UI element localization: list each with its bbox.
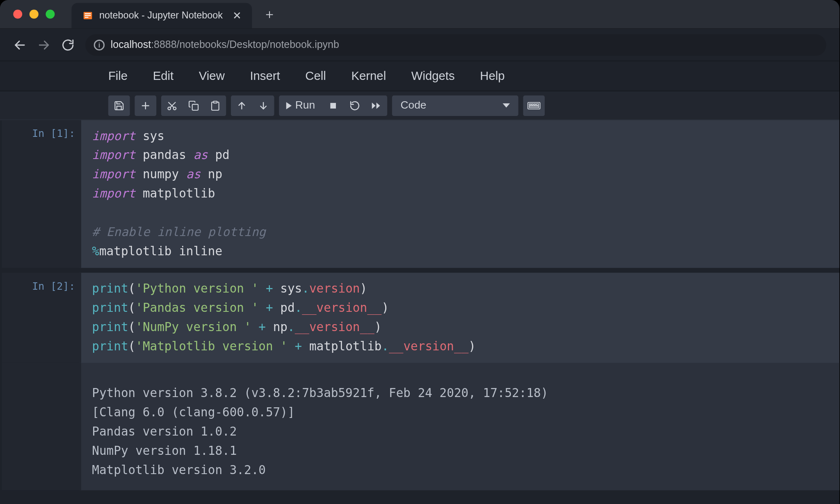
menu-kernel[interactable]: Kernel — [351, 69, 386, 83]
svg-rect-24 — [529, 106, 539, 107]
play-icon — [286, 102, 292, 109]
back-button[interactable] — [13, 38, 26, 51]
menu-help[interactable]: Help — [480, 69, 504, 83]
reload-button[interactable] — [62, 38, 75, 51]
menu-insert[interactable]: Insert — [250, 69, 280, 83]
run-button[interactable]: Run — [279, 95, 322, 116]
menu-view[interactable]: View — [199, 69, 225, 83]
menu-widgets[interactable]: Widgets — [411, 69, 455, 83]
cells-container: In [1]: import sysimport pandas as pdimp… — [0, 120, 840, 490]
toolbar-row: i localhost:8888/notebooks/Desktop/noteb… — [0, 29, 840, 61]
svg-rect-2 — [85, 15, 91, 16]
svg-point-8 — [168, 107, 171, 110]
site-info-icon[interactable]: i — [94, 39, 105, 50]
menu-cell[interactable]: Cell — [305, 69, 326, 83]
svg-rect-19 — [528, 102, 540, 109]
svg-rect-13 — [213, 101, 217, 102]
celltype-label: Code — [400, 99, 426, 112]
chevron-down-icon — [503, 103, 510, 107]
svg-marker-17 — [372, 102, 376, 109]
save-button[interactable] — [108, 95, 130, 116]
restart-run-all-button[interactable] — [365, 95, 387, 116]
browser-window: notebook - Jupyter Notebook ✕ ＋ i localh… — [0, 0, 840, 504]
code-cell[interactable]: In [1]: import sysimport pandas as pdimp… — [80, 120, 840, 268]
notebook-menubar: File Edit View Insert Cell Kernel Widget… — [0, 61, 840, 91]
cell-output: Python version 3.8.2 (v3.8.2:7b3ab5921f,… — [81, 363, 840, 490]
svg-marker-18 — [377, 102, 380, 109]
code-cell[interactable]: In [2]: print('Python version ' + sys.ve… — [80, 273, 840, 490]
celltype-select[interactable]: Code — [392, 95, 518, 116]
interrupt-button[interactable] — [322, 95, 344, 116]
tab-title: notebook - Jupyter Notebook — [99, 10, 223, 21]
window-controls — [13, 9, 55, 18]
close-icon[interactable] — [13, 9, 22, 18]
svg-rect-20 — [529, 104, 530, 105]
move-up-button[interactable] — [231, 95, 253, 116]
url-text: localhost:8888/notebooks/Desktop/noteboo… — [111, 39, 339, 51]
menu-file[interactable]: File — [108, 69, 128, 83]
titlebar: notebook - Jupyter Notebook ✕ ＋ — [0, 0, 840, 29]
restart-button[interactable] — [344, 95, 366, 116]
cell-body: print('Python version ' + sys.version)pr… — [81, 273, 840, 363]
notebook-content: File Edit View Insert Cell Kernel Widget… — [0, 61, 840, 490]
code-editor[interactable]: import sysimport pandas as pdimport nump… — [92, 126, 829, 261]
cell-prompt: In [2]: — [2, 273, 81, 363]
output-text: Python version 3.8.2 (v3.8.2:7b3ab5921f,… — [92, 383, 829, 479]
move-down-button[interactable] — [253, 95, 274, 116]
output-prompt — [2, 363, 81, 490]
forward-button[interactable] — [37, 38, 50, 51]
insert-cell-button[interactable] — [135, 95, 156, 116]
cell-prompt: In [1]: — [2, 120, 81, 268]
close-tab-icon[interactable]: ✕ — [233, 9, 242, 22]
menu-edit[interactable]: Edit — [153, 69, 174, 83]
svg-rect-22 — [534, 104, 535, 105]
svg-rect-21 — [532, 104, 533, 105]
svg-rect-1 — [85, 13, 91, 14]
notebook-toolbar: Run Code — [0, 91, 840, 120]
minimize-icon[interactable] — [30, 9, 39, 18]
jupyter-icon — [82, 10, 93, 21]
svg-rect-23 — [536, 104, 539, 105]
address-bar[interactable]: i localhost:8888/notebooks/Desktop/noteb… — [85, 34, 826, 56]
copy-button[interactable] — [183, 95, 205, 116]
paste-button[interactable] — [204, 95, 226, 116]
maximize-icon[interactable] — [46, 9, 55, 18]
browser-tab[interactable]: notebook - Jupyter Notebook ✕ — [71, 3, 252, 28]
svg-rect-16 — [330, 102, 336, 108]
cut-button[interactable] — [161, 95, 183, 116]
command-palette-button[interactable] — [523, 95, 545, 116]
svg-rect-3 — [85, 17, 89, 18]
cell-body: import sysimport pandas as pdimport nump… — [81, 120, 840, 268]
new-tab-button[interactable]: ＋ — [263, 5, 276, 23]
code-editor[interactable]: print('Python version ' + sys.version)pr… — [92, 279, 829, 356]
svg-rect-12 — [192, 104, 198, 110]
